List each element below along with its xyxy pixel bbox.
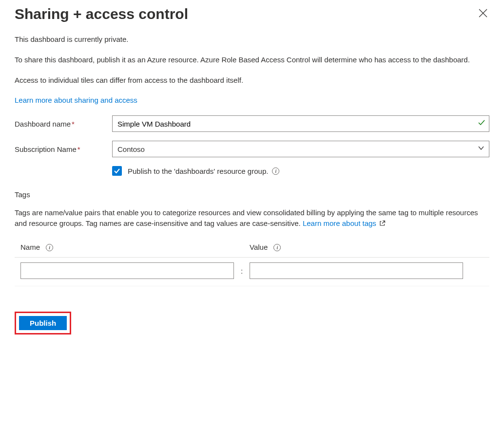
page-title: Sharing + access control xyxy=(15,6,188,22)
tag-value-input[interactable] xyxy=(250,262,463,279)
tag-name-input[interactable] xyxy=(20,262,234,279)
close-button[interactable] xyxy=(477,7,489,21)
dashboard-name-input[interactable] xyxy=(112,115,489,132)
tags-col-name-label: Name xyxy=(20,243,40,251)
tag-separator: : xyxy=(234,267,250,275)
required-indicator: * xyxy=(78,145,80,153)
tags-table-header: Name i Value i xyxy=(15,240,489,258)
subscription-name-label: Subscription Name* xyxy=(15,145,112,153)
publish-resource-group-checkbox[interactable] xyxy=(112,166,122,176)
publish-highlight-box: Publish xyxy=(15,312,71,334)
required-indicator: * xyxy=(72,120,75,128)
tags-section-title: Tags xyxy=(15,190,489,199)
info-icon[interactable]: i xyxy=(272,167,279,175)
intro-tiles-text: Access to individual tiles can differ fr… xyxy=(15,75,489,86)
publish-button[interactable]: Publish xyxy=(19,316,67,330)
external-link-icon xyxy=(379,219,386,229)
svg-line-2 xyxy=(382,221,385,223)
intro-private-text: This dashboard is currently private. xyxy=(15,34,489,45)
dashboard-name-label: Dashboard name* xyxy=(15,120,112,128)
intro-rbac-text: To share this dashboard, publish it as a… xyxy=(15,55,489,65)
info-icon[interactable]: i xyxy=(273,244,281,251)
tags-description: Tags are name/value pairs that enable yo… xyxy=(15,207,489,229)
tag-row: : xyxy=(15,258,489,286)
learn-more-tags-link[interactable]: Learn more about tags xyxy=(303,219,376,227)
valid-check-icon xyxy=(478,119,485,129)
info-icon[interactable]: i xyxy=(46,244,53,251)
tags-col-value-label: Value xyxy=(250,243,268,251)
subscription-select[interactable]: Contoso xyxy=(112,141,489,157)
publish-resource-group-label: Publish to the 'dashboards' resource gro… xyxy=(128,167,268,175)
learn-more-sharing-link[interactable]: Learn more about sharing and access xyxy=(15,96,137,104)
